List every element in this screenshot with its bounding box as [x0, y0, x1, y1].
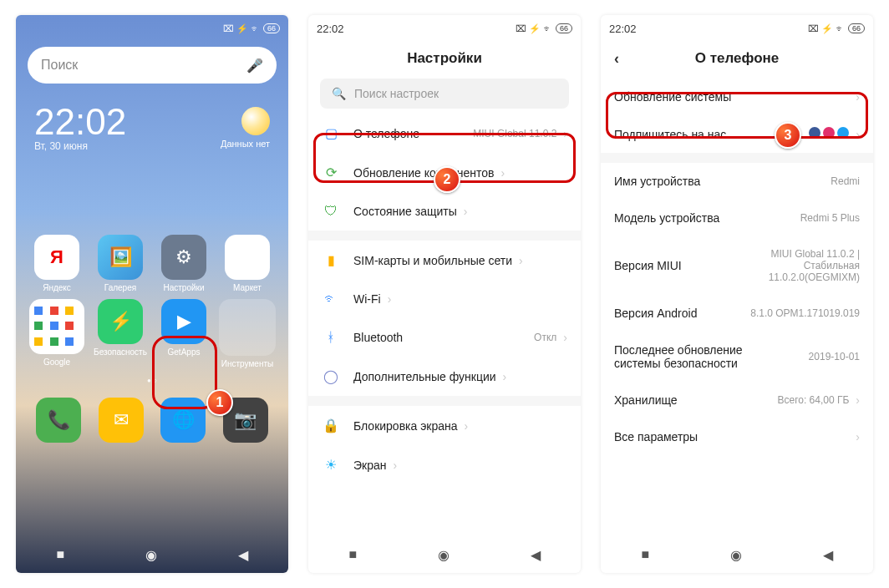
row-android-version[interactable]: Версия Android 8.1.0 OPM1.171019.019: [601, 295, 873, 332]
nav-home-icon[interactable]: ◉: [730, 547, 742, 563]
weather-text: Данных нет: [221, 139, 270, 149]
nav-bar: ■ ◉ ◀: [308, 536, 581, 573]
status-icons: ⌧ ⚡ ᯤ: [516, 23, 552, 34]
dock-phone[interactable]: 📞: [36, 398, 81, 443]
chevron-right-icon: ›: [856, 90, 860, 104]
battery-icon: ⌧ ⚡ ᯤ: [223, 23, 260, 34]
row-extras[interactable]: ◯ Дополнительные функции ›: [308, 357, 581, 396]
row-about-phone[interactable]: ▢ О телефоне MIUI Global 11.0.2 ›: [308, 114, 581, 153]
app-gallery[interactable]: 🖼️ Галерея: [91, 235, 150, 292]
nav-back-icon[interactable]: ◀: [823, 547, 833, 563]
step-badge-1: 1: [206, 389, 233, 416]
row-bluetooth[interactable]: ᚼ Bluetooth Откл ›: [308, 318, 581, 357]
social-icons: [809, 127, 850, 141]
about-phone-screen: 22:02 ⌧ ⚡ ᯤ 66 ‹ О телефоне Обновление с…: [601, 15, 873, 573]
chevron-right-icon: ›: [856, 430, 860, 444]
display-icon: ☀: [322, 457, 340, 473]
app-security[interactable]: ⚡ Безопасность: [91, 299, 150, 368]
clock-time: 22:02: [34, 104, 126, 140]
sun-icon: [241, 107, 270, 135]
chevron-right-icon: ›: [394, 459, 398, 472]
refresh-icon: ⟳: [322, 165, 340, 180]
status-time: 22:02: [609, 23, 637, 35]
clock-widget[interactable]: 22:02 Вт, 30 июня Данных нет: [34, 104, 270, 152]
weather-widget[interactable]: Данных нет: [221, 107, 270, 149]
settings-title: Настройки: [308, 38, 581, 75]
row-device-name[interactable]: Имя устройства Redmi: [601, 163, 873, 200]
app-grid: Я Яндекс 🖼️ Галерея ⚙ Настройки ▶ Маркет…: [16, 235, 288, 373]
step-badge-3: 3: [775, 122, 801, 149]
chevron-right-icon: ›: [856, 128, 860, 141]
dock-messages[interactable]: ✉: [99, 398, 144, 443]
home-screen: ⌧ ⚡ ᯤ 66 Поиск 🎤 22:02 Вт, 30 июня Данны…: [16, 15, 288, 573]
row-device-model[interactable]: Модель устройства Redmi 5 Plus: [601, 200, 873, 236]
about-list: Обновление системы › Подпишитесь на нас …: [601, 75, 873, 459]
chevron-right-icon: ›: [503, 370, 507, 383]
bluetooth-icon: ᚼ: [322, 330, 340, 345]
chevron-right-icon: ›: [501, 166, 505, 180]
nav-back-icon[interactable]: ◀: [238, 547, 248, 563]
row-security-patch[interactable]: Последнее обновление системы безопасност…: [601, 332, 873, 382]
nav-recents-icon[interactable]: ■: [641, 547, 649, 562]
mic-icon[interactable]: 🎤: [246, 58, 263, 74]
chevron-right-icon: ›: [465, 419, 469, 433]
row-miui-version[interactable]: Версия MIUI MIUI Global 11.0.2 | Стабиль…: [601, 236, 873, 295]
nav-bar: ■ ◉ ◀: [601, 536, 873, 573]
row-all-specs[interactable]: Все параметры ›: [601, 418, 873, 455]
chevron-right-icon: ›: [563, 127, 567, 140]
status-bar: 22:02 ⌧ ⚡ ᯤ 66: [601, 15, 873, 38]
chevron-right-icon: ›: [388, 292, 392, 306]
row-storage[interactable]: Хранилище Всего: 64,00 ГБ ›: [601, 382, 873, 418]
wifi-icon: ᯤ: [322, 291, 340, 307]
nav-bar: ■ ◉ ◀: [16, 536, 288, 573]
search-icon: 🔍: [332, 87, 346, 100]
about-title: ‹ О телефоне: [601, 38, 873, 75]
nav-recents-icon[interactable]: ■: [56, 547, 64, 562]
nav-back-icon[interactable]: ◀: [531, 547, 541, 563]
search-placeholder: Поиск: [41, 58, 78, 73]
row-lockscreen[interactable]: 🔒 Блокировка экрана ›: [308, 406, 581, 445]
shield-icon: 🛡: [322, 204, 340, 219]
row-system-update[interactable]: Обновление системы ›: [601, 79, 873, 115]
app-google[interactable]: Google: [28, 299, 86, 368]
page-indicator: ● ○: [16, 373, 288, 389]
phone-icon: ▢: [322, 125, 340, 141]
status-time: 22:02: [317, 23, 344, 35]
status-bar: 22:02 ⌧ ⚡ ᯤ 66: [308, 15, 581, 38]
status-icons: ⌧ ⚡ ᯤ: [808, 23, 845, 34]
row-display[interactable]: ☀ Экран ›: [308, 445, 581, 484]
app-market[interactable]: ▶ Маркет: [218, 235, 277, 292]
app-tools[interactable]: Инструменты: [218, 299, 277, 368]
row-sim[interactable]: ▮ SIM-карты и мобильные сети ›: [308, 241, 581, 280]
app-getapps[interactable]: ▶ GetApps: [155, 299, 213, 368]
battery-percent: 66: [848, 23, 865, 33]
chevron-right-icon: ›: [519, 254, 523, 267]
step-badge-2: 2: [434, 166, 460, 193]
app-yandex[interactable]: Я Яндекс: [28, 235, 86, 292]
dock: 📞 ✉ 🌐 📷: [16, 389, 288, 454]
row-wifi[interactable]: ᯤ Wi-Fi ›: [308, 280, 581, 318]
back-icon[interactable]: ‹: [614, 50, 619, 68]
chevron-right-icon: ›: [563, 331, 567, 344]
nav-home-icon[interactable]: ◉: [145, 547, 157, 563]
status-bar: ⌧ ⚡ ᯤ 66: [16, 15, 288, 38]
settings-search-placeholder: Поиск настроек: [354, 87, 439, 100]
battery-percent: 66: [556, 23, 572, 33]
nav-recents-icon[interactable]: ■: [348, 547, 357, 562]
nav-home-icon[interactable]: ◉: [438, 547, 450, 563]
row-protection[interactable]: 🛡 Состояние защиты ›: [308, 192, 581, 231]
sim-icon: ▮: [322, 252, 340, 268]
lock-icon: 🔒: [322, 418, 340, 433]
settings-screen: 22:02 ⌧ ⚡ ᯤ 66 Настройки 🔍 Поиск настрое…: [308, 15, 581, 573]
settings-search[interactable]: 🔍 Поиск настроек: [320, 79, 569, 109]
extras-icon: ◯: [322, 368, 340, 384]
chevron-right-icon: ›: [464, 205, 468, 218]
row-follow-us[interactable]: Подпишитесь на нас ›: [601, 115, 873, 153]
clock-date: Вт, 30 июня: [34, 140, 126, 152]
dock-browser[interactable]: 🌐: [160, 398, 206, 443]
battery-percent: 66: [263, 23, 280, 33]
search-bar[interactable]: Поиск 🎤: [28, 47, 277, 84]
chevron-right-icon: ›: [856, 393, 860, 407]
app-settings[interactable]: ⚙ Настройки: [155, 235, 213, 292]
